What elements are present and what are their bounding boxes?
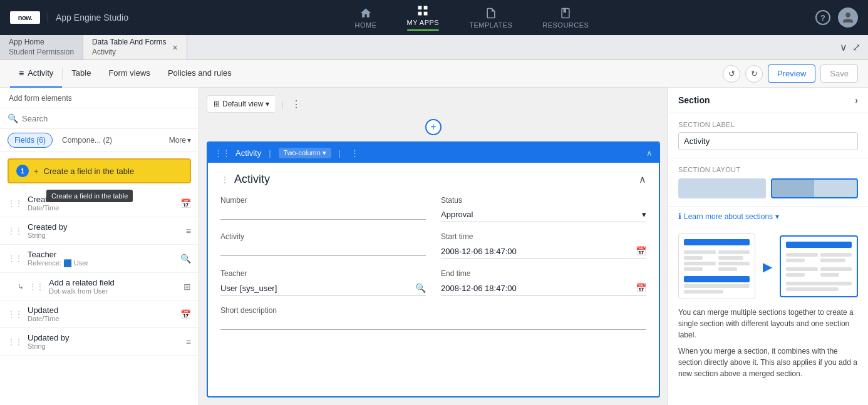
field-updated-by-type: String	[28, 342, 181, 350]
prev-line	[718, 262, 750, 265]
canvas-kebab[interactable]: ⋮	[289, 96, 304, 113]
tab-app-home-label: App Home Student Permission	[9, 38, 74, 57]
field-updated-type: Date/Time	[28, 315, 175, 322]
nav-myapps-label: MY APPS	[407, 19, 440, 26]
field-updated-by[interactable]: ⋮⋮ Updated by String ≡	[0, 328, 199, 356]
sec-nav-form-views-label: Form views	[108, 68, 150, 78]
sec-nav-table[interactable]: Table	[63, 60, 100, 88]
drag-handle[interactable]: ⋮⋮	[8, 199, 23, 208]
form-grid: Number Status Approval ▾ Activity	[220, 196, 646, 330]
nav-templates[interactable]: TEMPLATES	[464, 3, 517, 33]
drag-handle[interactable]: ⋮⋮	[8, 310, 23, 319]
form-header-bar: ⋮⋮ Activity | Two-column ▾ | ⋮ ∧	[208, 143, 659, 163]
merge-text-2: When you merge a section, it combines wi…	[678, 346, 858, 379]
section-drag-dots[interactable]: ⋮	[220, 175, 229, 185]
field-tabs-row: Fields (6) Compone... (2) More ▾	[0, 129, 199, 152]
form-field-end-time: End time 2008-12-06 18:47:00 📅	[441, 269, 646, 296]
secondary-nav: ≡ Activity Table Form views Policies and…	[0, 60, 868, 88]
tab-fields-label: Fields (6)	[14, 136, 46, 145]
section-layout-area: Section layout	[668, 158, 868, 207]
column-layout-dropdown[interactable]: Two-column ▾	[279, 148, 331, 158]
sec-nav-activity[interactable]: ≡ Activity	[10, 60, 62, 88]
sec-nav-right: ↺ ↻ Preview Save	[723, 64, 858, 83]
tab-data-table[interactable]: Data Table And Forms Activity ×	[83, 35, 187, 59]
drag-handle[interactable]: ⋮⋮	[8, 337, 23, 346]
section-kebab[interactable]: ⋮	[348, 148, 361, 158]
sec-nav-form-views[interactable]: Form views	[100, 60, 158, 88]
form-field-number: Number	[220, 196, 426, 222]
tab-app-home[interactable]: App Home Student Permission	[0, 35, 83, 59]
create-field-label: Create a field in the table	[44, 167, 135, 176]
start-time-calendar-icon: 📅	[636, 246, 646, 256]
tab-components[interactable]: Compone... (2)	[55, 133, 119, 148]
field-teacher[interactable]: ⋮⋮ Teacher Reference: 🟦 User 🔍	[0, 245, 199, 273]
add-section-above: +	[207, 119, 660, 135]
field-created-by-info: Created by String	[28, 222, 181, 239]
preview-card-2	[780, 235, 858, 297]
preview-lines-1	[684, 239, 750, 294]
undo-button[interactable]: ↺	[723, 65, 740, 83]
prev-line	[786, 282, 852, 285]
tab-components-label: Compone... (2)	[62, 136, 112, 145]
prev-line	[684, 250, 716, 254]
prev-line	[786, 267, 818, 271]
right-panel-expand[interactable]: ›	[855, 95, 858, 105]
form-field-short-desc: Short description	[220, 306, 646, 330]
start-time-input[interactable]: 2008-12-06 18:47:00 📅	[441, 244, 646, 259]
preview-button[interactable]: Preview	[768, 64, 815, 83]
calendar-icon: 📅	[180, 198, 191, 208]
field-teacher-name: Teacher	[28, 250, 175, 259]
more-dropdown[interactable]: More ▾	[169, 136, 191, 145]
number-input[interactable]	[220, 207, 426, 220]
main-layout: Add form elements 🔍 Fields (6) Compone..…	[0, 88, 868, 405]
section-title-row: ⋮ Activity ∧	[220, 173, 646, 186]
form-field-teacher: Teacher User [sys_user] 🔍	[220, 269, 426, 296]
app-engine-title: App Engine Studio	[48, 13, 128, 23]
add-above-button[interactable]: +	[425, 119, 442, 135]
tab-dropdown-chevron[interactable]: ∨	[840, 41, 847, 53]
field-created-by-type: String	[28, 232, 181, 239]
create-field-button[interactable]: 1 + Create a field in the table Create a…	[8, 158, 191, 183]
layout-option-1[interactable]	[678, 178, 766, 198]
end-time-label: End time	[441, 269, 646, 278]
field-related[interactable]: ↳ ⋮⋮ Add a related field Dot-walk from U…	[0, 273, 199, 300]
nav-resources[interactable]: RESOURCES	[537, 3, 594, 33]
prev-line	[786, 259, 805, 262]
drag-handle[interactable]: ⋮⋮	[8, 254, 23, 263]
search-input[interactable]	[22, 114, 191, 123]
search-ref-icon: 🔍	[180, 254, 191, 264]
collapse-button[interactable]: ∧	[646, 148, 653, 158]
drag-dots-icon[interactable]: ⋮⋮	[214, 148, 230, 158]
user-avatar[interactable]	[838, 8, 858, 28]
section-label-input[interactable]	[678, 132, 858, 150]
layout-option-2[interactable]	[771, 178, 859, 198]
nav-home[interactable]: HOME	[350, 3, 382, 33]
drag-handle[interactable]: ⋮⋮	[29, 282, 44, 291]
pipe-divider2: |	[336, 148, 343, 158]
activity-input[interactable]	[220, 244, 426, 256]
tab-fields[interactable]: Fields (6)	[8, 133, 53, 148]
redo-button[interactable]: ↻	[745, 65, 763, 83]
expand-icon[interactable]: ⤢	[852, 41, 860, 53]
preview-line-header1	[684, 239, 750, 245]
tab-close-button[interactable]: ×	[173, 43, 178, 52]
field-updated[interactable]: ⋮⋮ Updated Date/Time 📅	[0, 300, 199, 328]
save-button[interactable]: Save	[820, 64, 858, 83]
learn-more-link[interactable]: ℹ Learn more about sections ▾	[668, 207, 868, 226]
drag-handle[interactable]: ⋮⋮	[8, 227, 23, 235]
preview-line-header2	[684, 276, 750, 282]
preview-card-1	[678, 233, 755, 299]
help-button[interactable]: ?	[815, 10, 830, 25]
field-created-by[interactable]: ⋮⋮ Created by String ≡	[0, 217, 199, 245]
table-icon: ⊞	[183, 282, 191, 292]
activity-label: Activity	[220, 232, 426, 241]
end-time-input[interactable]: 2008-12-06 18:47:00 📅	[441, 280, 646, 296]
field-updated-by-name: Updated by	[28, 333, 181, 342]
section-collapse-btn[interactable]: ∧	[639, 173, 646, 185]
default-view-button[interactable]: ⊞ Default view ▾	[207, 95, 276, 113]
nav-myapps[interactable]: MY APPS	[402, 1, 445, 34]
status-dropdown[interactable]: Approval ▾	[441, 207, 646, 222]
short-desc-input[interactable]	[220, 317, 646, 330]
sec-nav-policies[interactable]: Policies and rules	[159, 60, 240, 88]
teacher-input[interactable]: User [sys_user] 🔍	[220, 280, 426, 296]
